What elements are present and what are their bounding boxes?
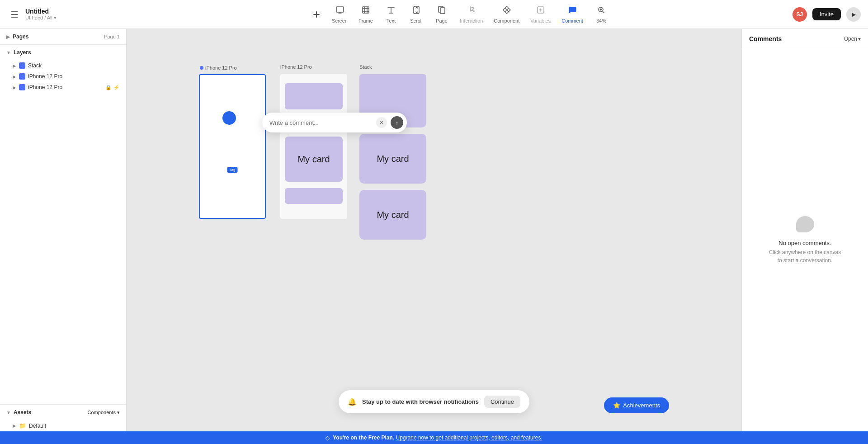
comments-sub2: to start a conversation. [778,257,832,264]
comments-title: Comments [749,35,782,43]
text-label: Text [387,18,396,24]
layer-iphone2-chevron: ▶ [13,85,16,90]
bottom-prefix: You're on the Free Plan. Upgrade now to … [333,435,542,441]
flash-badge[interactable]: ⚡ [113,85,120,90]
notification-bold: Stay up to date with browser notificatio… [362,398,479,405]
variables-tool[interactable]: Variables [526,3,555,26]
achievements-star-icon: ⭐ [613,402,620,409]
pages-chevron: ▶ [6,34,10,39]
zoom-icon [597,5,606,17]
comment-pin[interactable] [222,111,236,125]
stack-frame[interactable]: Stack My card My card [359,74,426,282]
canvas-content: iPhone 12 Pro Tag ✕ ↑ iPhone 12 Pro My c [127,29,741,431]
comment-send-button[interactable]: ↑ [391,116,403,129]
variables-icon [536,5,545,17]
variables-label: Variables [530,18,551,24]
assets-header[interactable]: ▼ Assets Components ▾ [0,405,126,420]
layer-item-stack[interactable]: ▶ Stack [0,60,126,71]
default-item[interactable]: ▶ 📁 Default [0,420,126,431]
comment-input[interactable] [269,119,373,126]
frame-tool[interactable]: Frame [354,3,377,26]
iphone2-layer-icon [19,84,25,90]
layers-title: ▼ Layers [6,49,31,56]
frame2-label: iPhone 12 Pro [280,64,312,70]
open-label: Open [844,36,857,42]
screen-tool[interactable]: Screen [327,3,352,26]
comment-close-button[interactable]: ✕ [376,117,387,128]
user-avatar[interactable]: SJ [793,7,807,22]
page-label: Page [436,18,448,24]
svg-rect-1 [363,7,369,13]
bottom-bar: ◇ You're on the Free Plan. Upgrade now t… [0,431,868,444]
insert-button[interactable] [309,7,324,22]
page-icon [437,5,446,17]
layer-stack-name: Stack [28,62,120,69]
notification-banner: 🔔 Stay up to date with browser notificat… [339,390,529,413]
screen-label: Screen [332,18,348,24]
lock-badge[interactable]: 🔒 [105,85,112,90]
bottom-upgrade-link[interactable]: Upgrade now to get additional projects, … [396,435,542,441]
iphone-frame-1[interactable]: iPhone 12 Pro Tag [199,74,266,219]
layer-item-iphone1[interactable]: ▶ iPhone 12 Pro [0,71,126,82]
scroll-tool[interactable]: Scroll [405,3,428,26]
component-icon [502,5,511,17]
frame-icon [361,5,370,17]
comment-tool[interactable]: Comment [557,3,588,26]
main-layout: ▶ Pages Page 1 ▼ Layers ▶ Stack ▶ [0,29,868,431]
component-tool[interactable]: Component [489,3,524,26]
layer-item-iphone2[interactable]: ▶ iPhone 12 Pro 🔒 ⚡ [0,82,126,93]
assets-chevron: ▼ [6,410,11,415]
stack-card2-text: My card [377,154,409,164]
frame2-card-text: My card [297,154,330,165]
canvas-area[interactable]: iPhone 12 Pro Tag ✕ ↑ iPhone 12 Pro My c [127,29,741,431]
component-label: Component [494,18,519,24]
interaction-tool[interactable]: Interaction [455,3,487,26]
pages-header[interactable]: ▶ Pages Page 1 [0,29,126,44]
layers-header[interactable]: ▼ Layers [0,45,126,60]
app-subtitle[interactable]: UI Feed / All ▾ [25,15,57,21]
app-title: Untitled [25,8,57,15]
hamburger-button[interactable] [7,7,22,22]
stack-card-3: My card [359,190,426,240]
open-dropdown[interactable]: Open ▾ [844,36,861,42]
frame1-dot [200,66,203,70]
stack-layer-icon [19,62,25,69]
stack-label: Stack [359,64,372,70]
layer-stack-chevron: ▶ [13,63,16,68]
achievements-label: Achievements [623,402,660,409]
continue-button[interactable]: Continue [484,396,520,408]
frame-label: Frame [359,18,373,24]
pages-section: ▶ Pages Page 1 [0,29,126,45]
screen-icon [335,5,344,17]
left-sidebar: ▶ Pages Page 1 ▼ Layers ▶ Stack ▶ [0,29,127,431]
layer-iphone2-name: iPhone 12 Pro [28,84,103,90]
components-dropdown[interactable]: Components ▾ [88,410,120,416]
text-tool[interactable]: Text [379,3,403,26]
invite-button[interactable]: Invite [812,8,841,20]
bottom-bold: You're on the Free Plan. [333,435,394,441]
frame1-label: iPhone 12 Pro [200,65,237,71]
blue-tag[interactable]: Tag [227,167,238,173]
achievements-button[interactable]: ⭐ Achievements [604,397,669,413]
notification-icon: 🔔 [348,397,357,406]
page1-label: Page 1 [104,34,120,39]
app-info: Untitled UI Feed / All ▾ [25,8,57,21]
scroll-label: Scroll [410,18,423,24]
notification-text: Stay up to date with browser notificatio… [362,398,479,405]
scroll-icon [412,5,421,17]
zoom-display[interactable]: 34% [590,3,613,26]
iphone-frame-2[interactable]: iPhone 12 Pro My card [280,74,347,219]
default-label: Default [29,423,46,429]
right-panel-header: Comments Open ▾ [742,29,868,49]
page-tool[interactable]: Page [430,3,453,26]
folder-icon: 📁 [19,422,26,429]
frame2-bottom-card [285,188,343,204]
default-chevron: ▶ [13,423,16,428]
components-label: Components ▾ [88,410,120,416]
comments-empty-title: No open comments. [778,240,831,246]
zoom-label: 34% [596,18,606,24]
comments-empty-subtitle: Click anywhere on the canvas to start a … [769,248,841,265]
play-button[interactable]: ▶ [846,7,861,22]
comments-empty-state: No open comments. Click anywhere on the … [742,49,868,431]
layers-section: ▼ Layers ▶ Stack ▶ iPhone 12 Pro ▶ iPhon… [0,45,126,404]
